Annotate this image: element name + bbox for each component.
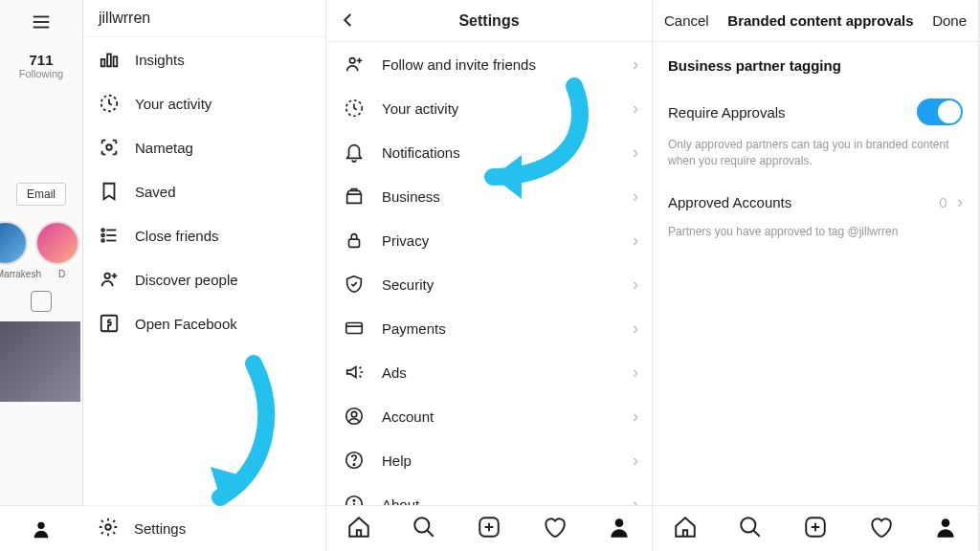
settings-item-label: About [382, 496, 419, 506]
cancel-button[interactable]: Cancel [664, 12, 709, 29]
hamburger-icon[interactable] [31, 11, 52, 34]
back-button[interactable] [340, 11, 357, 33]
chevron-right-icon: › [633, 187, 638, 207]
menu-item-label: Saved [135, 184, 176, 200]
chevron-right-icon: › [957, 192, 963, 211]
menu-item-label: Your activity [135, 96, 212, 112]
discover-people-icon [99, 269, 120, 290]
settings-item-business[interactable]: Business › [326, 174, 652, 218]
chevron-right-icon: › [633, 495, 638, 506]
settings-item-security[interactable]: Security › [326, 262, 652, 306]
settings-title: Settings [458, 12, 519, 30]
menu-item-saved[interactable]: Saved [83, 169, 325, 213]
ads-icon [344, 362, 365, 383]
settings-item-ads[interactable]: Ads › [326, 350, 652, 394]
require-approvals-description: Only approved partners can tag you in br… [668, 137, 963, 169]
insights-icon [99, 49, 120, 70]
nametag-icon [99, 137, 120, 158]
tab-add-icon[interactable] [803, 515, 828, 543]
account-icon [344, 406, 365, 427]
chevron-right-icon: › [633, 55, 638, 75]
business-icon [344, 186, 365, 207]
menu-item-insights[interactable]: Insights [83, 37, 325, 81]
story-highlight[interactable] [0, 221, 28, 265]
settings-item-follow-invite[interactable]: Follow and invite friends › [326, 42, 652, 86]
tab-activity-icon[interactable] [868, 515, 893, 543]
facebook-icon [99, 313, 120, 334]
notifications-icon [344, 142, 365, 163]
menu-item-discover-people[interactable]: Discover people [83, 257, 325, 301]
tab-activity-icon[interactable] [542, 515, 567, 543]
done-button[interactable]: Done [932, 12, 967, 29]
chevron-right-icon: › [633, 407, 638, 427]
activity-icon [99, 93, 120, 114]
follow-invite-icon [344, 54, 365, 75]
settings-item-activity[interactable]: Your activity › [326, 86, 652, 130]
settings-item-label: Ads [382, 364, 407, 381]
settings-label: Settings [134, 520, 186, 537]
tab-bar-profile-icon[interactable] [0, 505, 82, 551]
story-highlight[interactable] [35, 221, 79, 265]
require-approvals-label: Require Approvals [668, 104, 786, 121]
menu-item-label: Insights [135, 52, 185, 68]
menu-item-open-facebook[interactable]: Open Facebook [83, 301, 325, 345]
branded-content-header: Cancel Branded content approvals Done [653, 0, 978, 42]
tab-search-icon[interactable] [738, 515, 763, 543]
tab-home-icon[interactable] [673, 515, 698, 543]
settings-item-payments[interactable]: Payments › [326, 306, 652, 350]
settings-item-privacy[interactable]: Privacy › [326, 218, 652, 262]
tab-profile-icon[interactable] [607, 515, 632, 543]
menu-item-settings[interactable]: Settings [82, 505, 325, 551]
svg-line-35 [427, 530, 434, 537]
email-button[interactable]: Email [16, 183, 66, 206]
tagged-grid-icon[interactable] [31, 291, 52, 312]
settings-item-account[interactable]: Account › [326, 394, 652, 438]
story-label: Marrakesh [0, 269, 41, 279]
svg-line-41 [753, 530, 760, 537]
require-approvals-toggle[interactable] [917, 99, 963, 125]
require-approvals-row[interactable]: Require Approvals [668, 91, 963, 133]
menu-item-activity[interactable]: Your activity [83, 81, 325, 125]
settings-item-about[interactable]: About › [326, 482, 652, 505]
chevron-right-icon: › [633, 363, 638, 383]
section-subtitle: Business partner tagging [668, 57, 963, 74]
tab-add-icon[interactable] [477, 515, 501, 543]
menu-item-close-friends[interactable]: Close friends [83, 213, 325, 257]
tab-search-icon[interactable] [412, 515, 436, 543]
profile-slideout-menu: jillwrren Insights Your activity Nametag… [82, 0, 325, 505]
tab-profile-icon[interactable] [933, 515, 958, 543]
svg-point-19 [105, 524, 111, 530]
header-title: Branded content approvals [727, 12, 913, 29]
menu-item-nametag[interactable]: Nametag [83, 125, 325, 169]
chevron-right-icon: › [633, 275, 638, 295]
menu-item-label: Discover people [135, 272, 238, 288]
phone-screen-branded-content: Cancel Branded content approvals Done Bu… [653, 0, 979, 551]
settings-item-label: Your activity [382, 100, 458, 117]
gear-icon [98, 517, 119, 540]
settings-item-label: Privacy [382, 232, 429, 249]
close-friends-icon [99, 225, 120, 246]
svg-rect-5 [107, 55, 111, 67]
settings-item-notifications[interactable]: Notifications › [326, 130, 652, 174]
activity-icon [344, 98, 365, 119]
tab-home-icon[interactable] [346, 515, 371, 543]
tab-bar [326, 505, 652, 551]
settings-item-label: Payments [382, 320, 446, 337]
tab-bar [653, 505, 978, 551]
settings-item-label: Account [382, 408, 434, 425]
profile-grid-photo[interactable] [0, 321, 80, 402]
svg-point-45 [942, 518, 950, 527]
menu-item-label: Open Facebook [135, 316, 237, 332]
approved-accounts-row[interactable]: Approved Accounts 0 › [668, 185, 963, 220]
menu-item-label: Nametag [135, 140, 193, 156]
settings-item-help[interactable]: Help › [326, 438, 652, 482]
approved-accounts-count: 0 [939, 194, 947, 210]
profile-sidebar: 711 Following Email Marrakesh D [0, 0, 82, 551]
following-label: Following [19, 68, 63, 79]
help-icon [344, 450, 365, 471]
chevron-right-icon: › [633, 99, 638, 119]
svg-rect-6 [114, 56, 118, 66]
branded-content-body: Business partner tagging Require Approva… [653, 42, 978, 505]
username-header: jillwrren [83, 0, 325, 37]
following-stat[interactable]: 711 Following [19, 52, 63, 79]
